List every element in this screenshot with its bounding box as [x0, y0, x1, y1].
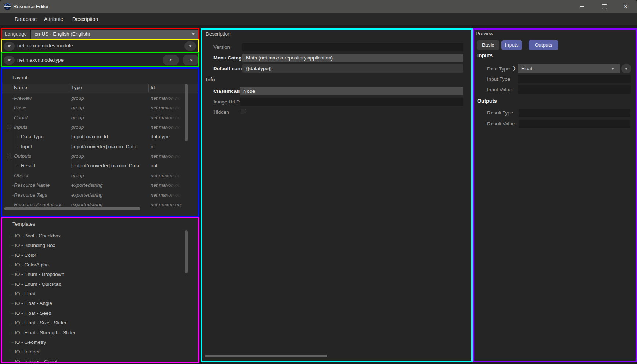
- module-dropdown-button[interactable]: [4, 42, 15, 51]
- tree-row-type: [input/converter] maxon::Data: [71, 142, 136, 152]
- close-button[interactable]: ✕: [617, 0, 634, 13]
- template-items: IO - Bool - CheckboxIO - Bounding BoxIO …: [1, 217, 199, 362]
- chevron-down-icon: [625, 68, 628, 70]
- menu-database[interactable]: Database: [15, 13, 37, 25]
- menu-category-field[interactable]: Math (net.maxon.repository.application): [242, 54, 463, 62]
- list-item[interactable]: IO - Float - Angle: [1, 299, 199, 308]
- hidden-checkbox[interactable]: [241, 109, 246, 114]
- list-item[interactable]: IO - Integer - Count: [1, 357, 199, 362]
- template-item-label: IO - Float - Angle: [15, 299, 52, 308]
- template-item-label: IO - Enum - Dropdown: [15, 270, 64, 279]
- tree-guide-tick: [12, 176, 14, 176]
- menu-attribute[interactable]: Attribute: [44, 13, 63, 25]
- tree-row-type: group: [71, 171, 84, 181]
- list-item[interactable]: IO - Float: [1, 289, 199, 299]
- next-node-button[interactable]: >: [183, 55, 199, 65]
- image-url-port-field[interactable]: [240, 98, 463, 106]
- templates-panel: Templates IO - Bool - CheckboxIO - Bound…: [1, 217, 199, 363]
- description-panel: Description Version Menu Category Math (…: [201, 29, 472, 362]
- result-type-field[interactable]: [519, 109, 630, 117]
- list-item[interactable]: IO - Bounding Box: [1, 241, 199, 250]
- list-item[interactable]: IO - Float - Seed: [1, 309, 199, 318]
- tree-guide-tick: [17, 147, 20, 147]
- id-column-fade: [164, 94, 184, 204]
- tree-guide-tick: [11, 236, 14, 236]
- tree-guide-tick: [11, 245, 14, 246]
- default-name-label: Default name: [213, 64, 245, 73]
- tree-vertical-scrollbar[interactable]: [185, 84, 188, 141]
- list-item[interactable]: IO - Color: [1, 251, 199, 260]
- tree-guide-tick: [12, 108, 14, 108]
- chevron-down-icon: [8, 46, 11, 47]
- tree-guide-tick: [11, 303, 14, 304]
- template-item-label: IO - Bool - Checkbox: [15, 231, 61, 241]
- list-item[interactable]: IO - Geometry: [1, 338, 199, 347]
- tree-guide-tick: [12, 205, 14, 205]
- template-item-label: IO - Color: [15, 251, 36, 260]
- minimize-button[interactable]: [573, 0, 590, 13]
- node-type-id-field[interactable]: net.maxon.node.type: [17, 55, 64, 65]
- tree-row-name: Input: [21, 142, 32, 152]
- list-item[interactable]: IO - Float - Size - Slider: [1, 318, 199, 328]
- template-item-label: IO - Float - Size - Slider: [15, 318, 66, 328]
- result-value-field[interactable]: [519, 120, 630, 128]
- default-name-field[interactable]: {{datatype}}: [242, 64, 463, 73]
- prev-node-button[interactable]: <: [163, 55, 179, 65]
- tree-guide-tick: [11, 255, 14, 256]
- window-title: Resource Editor: [13, 0, 49, 13]
- tab-basic[interactable]: Basic: [477, 40, 499, 50]
- language-value: en-US - English (English): [35, 31, 90, 37]
- module-list-button[interactable]: [184, 41, 196, 51]
- tree-row-type: group: [71, 152, 84, 161]
- tree-guide-tick: [11, 333, 14, 333]
- language-label: Language: [1, 30, 30, 39]
- data-type-dropdown[interactable]: Float: [518, 64, 620, 73]
- tree-row-name: Coord: [14, 113, 28, 123]
- tree-row-name: Result: [21, 161, 35, 171]
- description-panel-title: Description: [206, 31, 231, 37]
- list-item[interactable]: IO - ColorAlpha: [1, 260, 199, 270]
- templates-vertical-scrollbar[interactable]: [185, 230, 188, 273]
- data-type-extra-button[interactable]: [621, 64, 631, 73]
- template-item-label: IO - ColorAlpha: [15, 260, 49, 270]
- list-item[interactable]: IO - Bool - Checkbox: [1, 231, 199, 241]
- input-type-field[interactable]: [518, 75, 631, 83]
- close-icon: ✕: [623, 4, 628, 9]
- tree-row-name: Object: [14, 171, 28, 181]
- language-dropdown[interactable]: en-US - English (English): [31, 30, 198, 39]
- resource-editor-window: Resource Editor ✕ Database Attribute Des…: [0, 0, 637, 364]
- tab-inputs[interactable]: Inputs: [501, 40, 522, 50]
- template-item-label: IO - Bounding Box: [15, 241, 55, 250]
- node-type-row: net.maxon.node.type < >: [1, 54, 199, 66]
- tree-horizontal-scrollbar[interactable]: [4, 207, 140, 210]
- list-item[interactable]: IO - Float - Strength - Slider: [1, 328, 199, 338]
- tree-row-type: exportedstring: [71, 200, 103, 207]
- data-type-label: Data Type: [487, 65, 510, 73]
- tree-collapse-icon[interactable]: −: [7, 154, 11, 158]
- template-item-label: IO - Geometry: [15, 338, 46, 347]
- hamburger-menu-icon[interactable]: [4, 4, 11, 8]
- tree-row-type: group: [71, 94, 84, 103]
- tree-row-type: exportedstring: [71, 181, 103, 190]
- list-item[interactable]: IO - Integer: [1, 347, 199, 357]
- tree-guide-tick: [12, 98, 14, 99]
- title-bar[interactable]: Resource Editor ✕: [0, 0, 637, 13]
- module-id-field[interactable]: net.maxon.nodes.module: [17, 41, 73, 51]
- tree-collapse-icon[interactable]: −: [7, 125, 11, 129]
- tree-guide-tick: [12, 185, 14, 186]
- tree-row-name: Resource Annotations: [14, 200, 62, 207]
- description-horizontal-scrollbar[interactable]: [205, 355, 327, 357]
- node-type-dropdown-button[interactable]: [4, 56, 15, 65]
- classification-field[interactable]: Node: [240, 87, 463, 95]
- version-field[interactable]: [242, 43, 463, 51]
- list-item[interactable]: IO - Enum - Dropdown: [1, 270, 199, 279]
- template-item-label: IO - Float - Seed: [15, 309, 51, 318]
- tree-guide-tick: [11, 342, 14, 343]
- module-row: net.maxon.nodes.module: [1, 40, 199, 52]
- input-value-field[interactable]: [518, 85, 631, 94]
- maximize-button[interactable]: [596, 0, 613, 13]
- template-item-label: IO - Float: [15, 289, 35, 299]
- menu-description[interactable]: Description: [72, 13, 98, 25]
- tab-outputs[interactable]: Outputs: [529, 40, 558, 50]
- list-item[interactable]: IO - Enum - Quicktab: [1, 280, 199, 289]
